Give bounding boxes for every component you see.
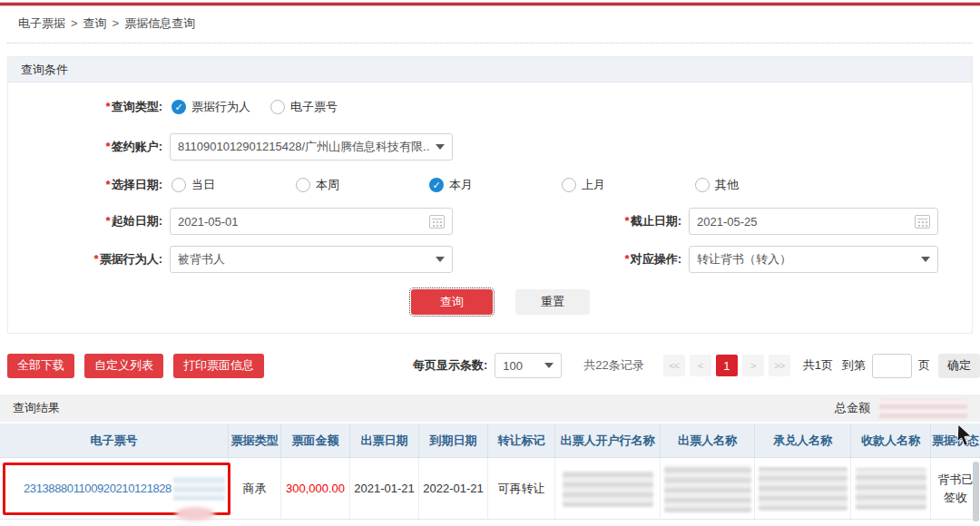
date-range-row: *起始日期: *截止日期: (8, 208, 972, 235)
account-row: *签约账户: 8110901012901215428/广州山腾信息科技有限... (8, 133, 972, 161)
print-bill-info-button[interactable]: 打印票面信息 (173, 354, 264, 378)
calendar-icon[interactable] (429, 215, 445, 229)
required-mark: * (106, 178, 111, 191)
acceptor-name-redacted (759, 467, 848, 511)
radio-bill-actor[interactable] (172, 100, 186, 114)
vertical-scrollbar[interactable] (973, 462, 979, 521)
search-button[interactable]: 查询 (411, 289, 493, 315)
issuer-name-redacted (664, 465, 751, 512)
breadcrumb: 电子票据>查询>票据信息查询 (0, 7, 980, 39)
column-header-bill-no: 电子票号 (0, 424, 229, 458)
breadcrumb-item-current[interactable]: 票据信息查询 (124, 16, 195, 30)
table-row: 231388801100920210121828 商承 300,000.00 2… (0, 458, 980, 520)
pager-page-1-button[interactable]: 1 (716, 355, 738, 376)
chevron-down-icon (436, 144, 445, 150)
table-header-row: 电子票号 票据类型 票面金额 出票日期 到期日期 转让标记 出票人开户行名称 出… (0, 424, 980, 458)
total-amount: 总金额 (835, 399, 967, 418)
start-date-input-box[interactable] (170, 208, 453, 235)
pager-prev-button[interactable]: < (690, 355, 711, 376)
actor-select-value: 被背书人 (178, 251, 430, 268)
page-size-select[interactable]: 100 (495, 353, 562, 378)
results-table: 电子票号 票据类型 票面金额 出票日期 到期日期 转让标记 出票人开户行名称 出… (0, 424, 980, 526)
radio-option-bill-actor[interactable]: 票据行为人 (172, 99, 250, 115)
radio-label: 本月 (449, 177, 473, 193)
page-size-value: 100 (503, 359, 539, 373)
radio-option-this-week[interactable]: 本周 (296, 177, 429, 193)
radio-other[interactable] (695, 178, 710, 192)
breadcrumb-separator: > (71, 16, 78, 30)
pager-last-button[interactable]: >> (769, 355, 790, 376)
results-title: 查询结果 (13, 400, 60, 416)
operation-label: 对应操作: (631, 252, 681, 266)
goto-page-label: 到第 (842, 357, 866, 374)
cell-due-date: 2022-01-21 (419, 458, 488, 520)
cell-amount: 300,000.00 (281, 458, 350, 520)
column-header-issuer-bank: 出票人开户行名称 (555, 424, 661, 458)
form-buttons-row: 查询 重置 (8, 289, 972, 315)
page-size-label: 每页显示条数: (413, 357, 487, 374)
calendar-icon[interactable] (915, 215, 930, 229)
radio-option-bill-number[interactable]: 电子票号 (270, 99, 338, 115)
breadcrumb-item-root[interactable]: 电子票据 (18, 16, 65, 30)
start-date-input[interactable] (178, 215, 429, 229)
radio-option-last-month[interactable]: 上月 (562, 177, 695, 193)
total-pages-text: 共1页 (803, 357, 833, 374)
radio-label: 本周 (316, 177, 339, 193)
date-select-row: *选择日期: 当日 本周 本月 上月 (8, 177, 972, 193)
required-mark: * (625, 252, 630, 266)
bill-no-link[interactable]: 231388801100920210121828 (24, 482, 172, 495)
toolbar: 全部下载 自定义列表 打印票面信息 每页显示条数: 100 共22条记录 << … (0, 353, 980, 378)
cell-acceptor-name (755, 458, 851, 520)
partial-next-row (0, 520, 980, 526)
query-type-row: *查询类型: 票据行为人 电子票号 (8, 99, 972, 115)
goto-page-unit: 页 (918, 357, 930, 374)
divider (7, 43, 973, 44)
cell-issuer-bank (555, 458, 661, 520)
column-header-bill-type: 票据类型 (229, 424, 281, 458)
required-mark: * (106, 100, 111, 113)
chevron-down-icon (544, 363, 554, 368)
radio-label: 当日 (191, 177, 215, 193)
radio-option-other[interactable]: 其他 (695, 177, 739, 193)
radio-this-week[interactable] (296, 178, 310, 192)
pager: << < 1 > >> (659, 355, 790, 376)
column-header-issue-date: 出票日期 (350, 424, 419, 458)
radio-option-this-month[interactable]: 本月 (429, 177, 562, 193)
reset-button[interactable]: 重置 (515, 289, 590, 315)
required-mark: * (106, 140, 111, 153)
goto-confirm-button[interactable]: 确定 (938, 354, 980, 378)
required-mark: * (106, 214, 111, 228)
chevron-down-icon (436, 257, 445, 262)
actor-select[interactable]: 被背书人 (170, 246, 453, 273)
column-header-due-date: 到期日期 (419, 424, 488, 458)
goto-page-input[interactable] (872, 354, 912, 378)
operation-select[interactable]: 转让背书（转入） (689, 246, 938, 273)
radio-label: 票据行为人 (191, 99, 250, 115)
column-header-amount: 票面金额 (281, 424, 350, 458)
cell-transfer-flag: 可再转让 (488, 458, 555, 520)
operation-select-value: 转让背书（转入） (697, 251, 916, 268)
download-all-button[interactable]: 全部下载 (7, 354, 74, 378)
radio-bill-number[interactable] (270, 100, 285, 114)
radio-this-month[interactable] (429, 178, 444, 192)
end-date-input[interactable] (697, 215, 915, 229)
total-amount-redacted-value (879, 399, 967, 418)
column-header-payee-name: 收款人名称 (851, 424, 931, 458)
breadcrumb-item-query[interactable]: 查询 (83, 16, 107, 30)
column-header-acceptor-name: 承兑人名称 (755, 424, 851, 458)
cell-bill-type: 商承 (229, 458, 281, 520)
cell-issuer-name (661, 458, 755, 520)
custom-list-button[interactable]: 自定义列表 (84, 354, 163, 378)
chevron-down-icon (921, 257, 930, 262)
pager-next-button[interactable]: > (742, 355, 764, 376)
breadcrumb-separator: > (113, 16, 120, 30)
end-date-input-box[interactable] (689, 208, 938, 235)
pager-first-button[interactable]: << (663, 355, 685, 376)
radio-last-month[interactable] (562, 178, 576, 192)
status-text: 背书已签收 (935, 471, 976, 507)
required-mark: * (625, 214, 630, 228)
account-select[interactable]: 8110901012901215428/广州山腾信息科技有限... (170, 133, 453, 161)
radio-today[interactable] (172, 178, 186, 192)
radio-option-today[interactable]: 当日 (172, 177, 296, 193)
actor-operation-row: *票据行为人: 被背书人 *对应操作: 转让背书（转入） (8, 246, 972, 273)
